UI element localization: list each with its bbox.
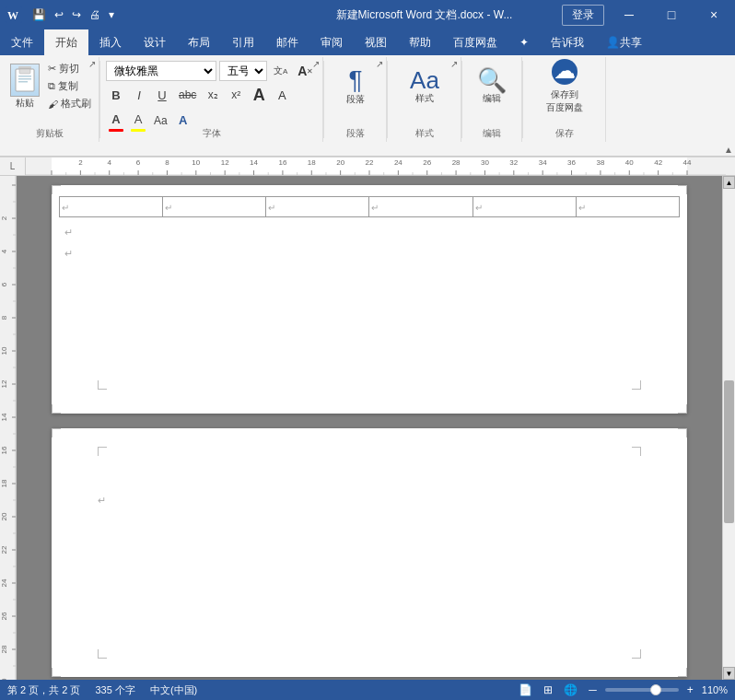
tab-tellme[interactable]: 告诉我	[540, 29, 595, 55]
scroll-down-button[interactable]: ▼	[723, 667, 735, 680]
tab-file[interactable]: 文件	[0, 29, 44, 55]
format-painter-icon: 🖌	[48, 99, 58, 110]
ruler-corner[interactable]: L	[0, 158, 26, 176]
grow-font-button[interactable]: A	[249, 85, 269, 105]
group-font: 微软雅黑 五号 文A A✕ B I U abc	[100, 57, 323, 142]
redo-button[interactable]: ↪	[69, 6, 84, 23]
group-paragraph: ¶ 段落 段落 ↗	[324, 57, 387, 142]
quick-access-toolbar: 💾 ↩ ↪ 🖨 ▾	[29, 6, 117, 23]
table-cell[interactable]: ↵	[369, 197, 472, 217]
underline-button[interactable]: U	[152, 85, 172, 105]
paragraph-button[interactable]: ¶ 段落	[332, 59, 379, 114]
group-clipboard: 粘贴 ✂ 剪切 ⧉ 复制 🖌 格式刷 剪贴	[0, 57, 99, 142]
page-2: ↵	[52, 428, 687, 677]
clipboard-expand-button[interactable]: ↗	[86, 57, 99, 70]
margin-tr-2	[632, 447, 641, 456]
scrollbar-track[interactable]	[723, 189, 735, 667]
minimize-button[interactable]: ─	[608, 0, 650, 29]
italic-button[interactable]: I	[129, 85, 149, 105]
bold-button[interactable]: B	[106, 85, 126, 105]
strikethrough-button[interactable]: abc	[175, 85, 200, 105]
ribbon-tabs: 文件 开始 插入 设计 布局 引用 邮件 审阅 视图 帮助 百度网盘 ✦ 告诉我…	[0, 29, 735, 55]
tab-references[interactable]: 引用	[221, 29, 265, 55]
wen-button[interactable]: 文A	[270, 61, 291, 81]
maximize-button[interactable]: □	[650, 0, 693, 29]
ribbon-collapse-button[interactable]: ▲	[724, 145, 733, 155]
corner-bl-1	[52, 404, 61, 414]
wen-icon: 文	[274, 64, 283, 77]
zoom-thumb[interactable]	[650, 684, 661, 695]
tab-insert[interactable]: 插入	[88, 29, 133, 55]
enter-mark: ↵	[62, 203, 69, 213]
qat-more-button[interactable]: ▾	[106, 6, 117, 23]
table-cell[interactable]: ↵	[60, 197, 163, 217]
zoom-out-button[interactable]: ─	[586, 682, 600, 697]
table-cell[interactable]: ↵	[472, 197, 576, 217]
font-size-select[interactable]: 五号	[219, 61, 267, 81]
statusbar: 第 2 页，共 2 页 335 个字 中文(中国) 📄 ⊞ 🌐 ─ + 110%	[0, 680, 735, 700]
page-1: ↵ ↵ ↵ ↵ ↵ ↵ ↵ ↵	[52, 185, 687, 414]
tab-lightning[interactable]: ✦	[508, 29, 540, 55]
font-name-select[interactable]: 微软雅黑	[106, 61, 216, 81]
svg-rect-5	[18, 76, 31, 77]
margin-br-2	[632, 649, 641, 659]
tab-design[interactable]: 设计	[133, 29, 177, 55]
superscript-button[interactable]: x²	[226, 85, 246, 105]
tab-baidupan[interactable]: 百度网盘	[442, 29, 508, 55]
document-table[interactable]: ↵ ↵ ↵ ↵ ↵ ↵	[59, 196, 680, 217]
table-cell[interactable]: ↵	[266, 197, 369, 217]
enter-mark-1: ↵	[64, 227, 73, 239]
editing-button[interactable]: 🔍 编辑	[468, 59, 516, 114]
view-print-button[interactable]: 📄	[516, 682, 535, 697]
tab-mailing[interactable]: 邮件	[265, 29, 309, 55]
tab-share[interactable]: 👤 共享	[595, 29, 653, 55]
paste-button[interactable]: 粘贴	[6, 59, 44, 114]
shrink-font-button[interactable]: A	[272, 85, 292, 105]
font-expand-button[interactable]: ↗	[309, 57, 322, 70]
highlight-button[interactable]: A	[128, 109, 148, 129]
print-preview-button[interactable]: 🖨	[87, 6, 103, 23]
zoom-slider[interactable]	[605, 688, 679, 692]
margin-br-1	[632, 380, 641, 390]
vertical-scrollbar[interactable]: ▲ ▼	[722, 176, 735, 680]
paragraph-group-label: 段落	[324, 127, 386, 140]
tab-layout[interactable]: 布局	[177, 29, 221, 55]
corner-br-2	[678, 668, 687, 677]
login-button[interactable]: 登录	[562, 5, 604, 26]
close-button[interactable]: ×	[693, 0, 735, 29]
tab-review[interactable]: 审阅	[309, 29, 354, 55]
scrollbar-thumb[interactable]	[724, 380, 734, 524]
corner-tl-1	[52, 185, 61, 194]
copy-button[interactable]: ⧉ 复制	[46, 78, 93, 94]
enter-mark-p2: ↵	[98, 495, 106, 507]
subscript-button[interactable]: x₂	[203, 85, 223, 105]
scroll-up-button[interactable]: ▲	[723, 176, 735, 189]
tab-help[interactable]: 帮助	[398, 29, 442, 55]
save-baidu-button[interactable]: ☁ 保存到 百度网盘	[535, 59, 594, 114]
document-area[interactable]: ↵ ↵ ↵ ↵ ↵ ↵ ↵ ↵	[17, 176, 722, 680]
font-row1: 微软雅黑 五号 文A A✕	[106, 61, 317, 81]
group-editing: 🔍 编辑 编辑	[462, 57, 522, 142]
styles-button[interactable]: Aa 样式	[397, 59, 452, 114]
styles-expand-button[interactable]: ↗	[448, 57, 461, 70]
font-group-label: 字体	[100, 127, 322, 140]
tab-view[interactable]: 视图	[354, 29, 398, 55]
margin-bl-1	[98, 380, 107, 390]
clear-format-icon: A	[298, 64, 307, 78]
styles-group-label: 样式	[388, 127, 461, 140]
view-web-button[interactable]: 🌐	[561, 682, 580, 697]
format-painter-button[interactable]: 🖌 格式刷	[46, 96, 93, 111]
table-cell[interactable]: ↵	[163, 197, 266, 217]
table-cell[interactable]: ↵	[576, 197, 679, 217]
margin-bl-2	[98, 649, 107, 659]
undo-button[interactable]: ↩	[52, 6, 66, 23]
font-color-button[interactable]: A	[106, 109, 126, 129]
corner-bl-2	[52, 668, 61, 677]
paragraph-expand-button[interactable]: ↗	[373, 57, 386, 70]
view-layout-button[interactable]: ⊞	[541, 682, 555, 697]
save-qat-button[interactable]: 💾	[29, 6, 49, 23]
tab-home[interactable]: 开始	[44, 29, 88, 55]
titlebar-title: 新建Microsoft Word 文档.docx - W...	[286, 7, 562, 23]
page-info: 第 2 页，共 2 页	[7, 683, 80, 697]
zoom-in-button[interactable]: +	[684, 682, 696, 697]
